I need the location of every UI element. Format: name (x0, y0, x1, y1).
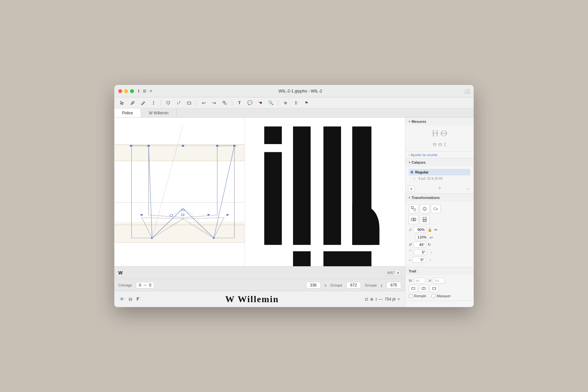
circle-icon[interactable]: ⊖ (128, 296, 133, 302)
svg-rect-48 (423, 220, 426, 222)
tool-rotate[interactable] (175, 99, 183, 107)
fullscreen-icon[interactable]: ⬜ (464, 89, 470, 94)
toolbar-separator-3 (232, 100, 232, 106)
tool-bitcoin[interactable]: ₿ (292, 99, 300, 107)
slant-v-input[interactable] (413, 257, 426, 263)
rotate-input[interactable] (413, 242, 426, 248)
masquer-checkbox[interactable] (432, 294, 435, 298)
maximize-button[interactable] (130, 89, 134, 93)
tool-undo[interactable]: ↩ (200, 99, 208, 107)
calques-title: Calques (412, 160, 426, 164)
eye-icon[interactable]: 👁 (120, 296, 124, 302)
layer-delete-icon[interactable]: − (465, 186, 471, 192)
rotate-ccw-icon[interactable]: ↺ (409, 242, 412, 247)
section-transformations: ▾ Transformations Cx (405, 194, 474, 267)
svg-rect-32 (264, 152, 282, 245)
tab-willemin[interactable]: W Willemin (141, 108, 177, 117)
x-value[interactable]: 336 (306, 282, 321, 288)
scale-y-input[interactable] (415, 234, 428, 240)
trait-h-input[interactable] (433, 278, 445, 284)
stepper[interactable]: ▾ (397, 271, 399, 275)
transform-btn-cx[interactable]: Cx (431, 204, 441, 213)
tool-pencil[interactable] (139, 99, 147, 107)
tool-flag[interactable]: ⚑ (302, 99, 310, 107)
calques-header[interactable]: ▾ Calques (405, 158, 474, 166)
tool-eyedropper[interactable]: ⊕ (282, 99, 289, 107)
remplir-checkbox[interactable] (409, 294, 413, 298)
tab-police[interactable]: Police (114, 108, 141, 117)
trait-header[interactable]: Trait (405, 267, 474, 275)
close-button[interactable] (118, 89, 122, 93)
slant-h-right-icon: ⟋ (430, 250, 433, 254)
lock-icon[interactable]: 🔒 (428, 228, 432, 232)
metric-row-2: n o t (433, 140, 446, 149)
zoom-columns-icon[interactable]: ⦀ (375, 297, 377, 302)
tool-speech[interactable]: 💬 (246, 99, 254, 107)
svg-rect-29 (226, 214, 228, 216)
zoom-fit-icon[interactable]: ⊡ (365, 297, 368, 302)
layer-info-icon[interactable]: ? (436, 186, 443, 192)
section-calques: ▾ Calques Regular ○ 6 juil. 22 à 15:44 + (405, 158, 474, 194)
mesures-header[interactable]: ▾ Mesures (405, 118, 474, 125)
ajuster-link[interactable]: › Ajuster la courbe (405, 152, 474, 158)
mesures-title: Mesures (412, 120, 426, 123)
tool-pen[interactable] (129, 99, 137, 107)
slant-h-input[interactable] (414, 249, 427, 255)
minimize-button[interactable] (124, 89, 128, 93)
tool-cursor[interactable] (118, 99, 126, 107)
layer-date[interactable]: ○ 6 juil. 22 à 15:44 (409, 175, 470, 182)
zoom-control: ⊡ ≣ ⦀ — 704 pt + (365, 297, 400, 302)
tool-transform[interactable] (221, 99, 229, 107)
tool-hand[interactable]: ☚ (256, 99, 264, 107)
transform-btn-align-center[interactable] (420, 204, 430, 213)
trait-btn-align-center[interactable] (419, 285, 428, 292)
svg-rect-6 (225, 103, 226, 105)
calques-add-row: + ? − (405, 184, 474, 193)
chevron-transformations: ▾ (409, 196, 410, 199)
trait-w-input[interactable] (414, 278, 425, 284)
tool-rect[interactable] (185, 99, 193, 107)
groupe-label: Groupe (330, 283, 342, 287)
svg-line-11 (214, 146, 235, 238)
tool-zoom[interactable]: 🔍 (267, 99, 275, 107)
tool-lasso[interactable] (164, 99, 172, 107)
titlebar: ℹ ⊞ ≡ WIL-2-1.glyphs - WIL-2 ⬜ (114, 85, 474, 97)
right-panel: ▾ Mesures H O n o t (405, 118, 474, 307)
svg-rect-24 (212, 237, 215, 239)
glyph-code: 0057 ▾ (384, 270, 401, 276)
rotate-cw-icon[interactable]: ↻ (428, 242, 431, 247)
trait-btn-align-left[interactable] (409, 285, 418, 292)
kernage-left[interactable]: 0 ⇔ 0 (136, 282, 154, 288)
trait-btn-align-right[interactable] (430, 285, 439, 292)
svg-line-13 (183, 208, 214, 238)
add-layer-button[interactable]: + (408, 186, 415, 192)
svg-rect-28 (140, 214, 143, 216)
bezier-canvas[interactable] (114, 118, 245, 266)
metric-n: n (433, 140, 436, 149)
zoom-list-icon[interactable]: ≣ (370, 297, 373, 302)
transform-btn-align-tl[interactable] (409, 204, 418, 213)
svg-point-3 (167, 101, 170, 104)
glyph-preview-panel (245, 118, 405, 266)
main-content: W 0057 ▾ Crénage 0 ⇔ 0 (114, 118, 474, 307)
traffic-lights (118, 89, 134, 93)
scale-right-icon: ⇔ (434, 227, 437, 232)
svg-rect-54 (433, 287, 436, 289)
zoom-plus[interactable]: + (398, 297, 400, 302)
groupe-y[interactable]: 675 (386, 282, 401, 288)
tool-text-cursor[interactable] (150, 99, 157, 107)
scale-x-input[interactable] (413, 227, 426, 233)
tab-spacer (177, 108, 474, 117)
transform-btn-flip-h[interactable] (409, 215, 418, 224)
transform-btn-flip-v[interactable] (420, 215, 430, 224)
trait-wh-row: W H (409, 278, 470, 284)
svg-point-21 (182, 209, 184, 211)
layer-regular[interactable]: Regular (409, 169, 470, 175)
tool-type[interactable]: T (236, 99, 243, 107)
groupe-val[interactable]: 672 (346, 282, 361, 288)
svg-rect-16 (130, 145, 132, 147)
scale-y-stepper[interactable]: ▴▾ (430, 236, 433, 239)
tool-redo[interactable]: ↪ (210, 99, 218, 107)
transformations-header[interactable]: ▾ Transformations (405, 194, 474, 202)
glyph-edit-panel[interactable] (114, 118, 245, 266)
